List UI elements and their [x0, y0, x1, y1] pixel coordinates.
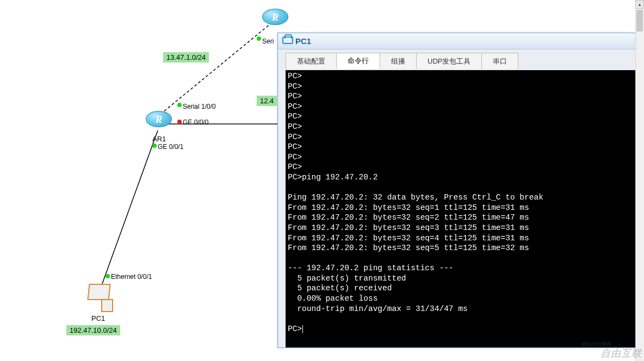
- port-status-dot: [106, 274, 110, 278]
- tab-udp-tool[interactable]: UDP发包工具: [416, 53, 482, 69]
- watermark: 自由互联: [600, 347, 642, 360]
- device-label-ar1: AR1: [152, 135, 166, 143]
- app-logo-icon: [282, 36, 292, 46]
- interface-label-ge000: GE 0/0/0: [183, 119, 208, 126]
- tab-cli[interactable]: 命令行: [336, 53, 380, 69]
- tab-bar: 基础配置 命令行 组播 UDP发包工具 串口: [278, 49, 644, 69]
- pc1-terminal-window[interactable]: PC1 基础配置 命令行 组播 UDP发包工具 串口 PC> PC> PC> P…: [277, 33, 644, 348]
- pc1-icon[interactable]: [85, 283, 115, 313]
- subnet-label-2: 12.4: [257, 96, 277, 106]
- svg-line-2: [101, 130, 158, 288]
- terminal-text: PC> PC> PC> PC> PC> PC> PC> PC> PC> PC> …: [288, 72, 543, 333]
- subnet-label-3: 192.47.10.0/24: [66, 325, 120, 335]
- device-label-pc1: PC1: [91, 314, 105, 322]
- tab-multicast[interactable]: 组播: [380, 53, 417, 69]
- scroll-up-button[interactable]: ▲: [635, 0, 644, 9]
- port-status-dot: [257, 36, 261, 41]
- interface-label-eth001: Ethernet 0/0/1: [111, 273, 152, 281]
- interface-label-serial100: Serial 1/0/0: [183, 103, 216, 110]
- scrollbar-thumb[interactable]: [636, 10, 643, 32]
- tab-basic-config[interactable]: 基础配置: [286, 53, 337, 69]
- router-ar1-icon[interactable]: R: [146, 111, 172, 132]
- router-top-letter: R: [263, 12, 288, 23]
- router-ar1-letter: R: [146, 114, 171, 126]
- window-titlebar[interactable]: PC1: [278, 33, 644, 49]
- terminal-output[interactable]: PC> PC> PC> PC> PC> PC> PC> PC> PC> PC> …: [286, 70, 644, 347]
- interface-label-ge001: GE 0/0/1: [158, 143, 183, 151]
- port-status-dot: [177, 103, 182, 107]
- tab-serial[interactable]: 串口: [481, 53, 518, 69]
- window-title: PC1: [295, 36, 311, 46]
- port-status-dot: [152, 144, 157, 148]
- interface-label-serial-top: Seri: [262, 38, 274, 45]
- svg-line-0: [160, 24, 270, 114]
- router-top-icon[interactable]: R: [262, 9, 288, 29]
- cursor-icon: [302, 325, 303, 333]
- subnet-label-1: 13.47.1.0/24: [163, 52, 209, 63]
- port-status-dot-down: [177, 120, 182, 124]
- scrollbar-track[interactable]: ▲: [635, 0, 644, 361]
